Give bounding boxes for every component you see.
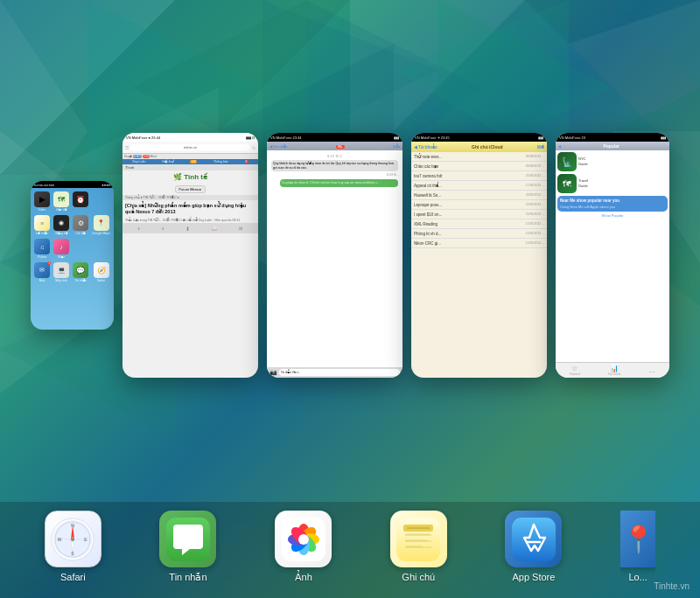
dock: N S E W Safari	[0, 502, 700, 598]
dock-item-appstore[interactable]: App Store	[505, 511, 562, 582]
notes-row-8[interactable]: XML Reading 15/05/2013 ›	[411, 219, 547, 229]
notes-screen: VN MobiFone ✈ 23:45 ▮▮▮ ◀ Tài khoản Ghi …	[411, 133, 547, 378]
messages-back[interactable]: ◀ Tin nhắn	[270, 144, 287, 149]
msg-input-field[interactable]: Tin nhắn Văn t...	[279, 369, 400, 376]
home-icon-video[interactable]: ▶ Video	[34, 191, 50, 212]
dock-item-photos[interactable]: Ảnh	[275, 511, 332, 583]
phone-card-notes[interactable]: VN MobiFone ✈ 23:45 ▮▮▮ ◀ Tài khoản Ghi …	[411, 133, 547, 378]
card-wrapper-home: home-screen ●●●● ▶ Video	[31, 181, 114, 330]
forum-menu-btn[interactable]: Forum Menu ▸	[175, 185, 206, 193]
notes-row-9[interactable]: Phòng kt vh d... 15/05/2013 ›	[411, 229, 547, 239]
home-icon-googlemaps[interactable]: 📍 Google Maps	[92, 215, 110, 235]
dock-item-notes[interactable]: Ghi chú	[390, 511, 447, 582]
near-me-title: Near Me show popular near you	[560, 198, 665, 203]
chevron-right-3: ›	[542, 173, 544, 178]
phone-card-messages[interactable]: VN MobiFone 23:44 ▮▮▮ ◀ Tin nhắn 99+ Sửa	[267, 133, 402, 378]
notes-row-1[interactable]: Thử note ever... 06/08/2013 ›	[411, 152, 547, 162]
notes-row-7[interactable]: I spent $10 on... 22/05/2013 ›	[411, 210, 547, 219]
home-icon-compass[interactable]: ◉ Động hồ	[53, 215, 69, 235]
home-icon-notes[interactable]: ≡ Lời nhắc	[34, 215, 50, 235]
phone-card-appstore[interactable]: VN MobiFone 23 ▮▮▮ ◀ Popular btn 🗽	[556, 133, 669, 378]
home-icon-mail[interactable]: ✉ 1 Mail	[34, 262, 50, 282]
messages-dock-icon[interactable]	[159, 511, 216, 567]
notes-row-3[interactable]: Ios7 camera hdr 25/06/2013 ›	[411, 171, 547, 181]
appstore-title: Popular	[603, 143, 620, 149]
phone-card-safari[interactable]: VN MobiFone ● 23:44 ▮▮▮ ⊡ ☰ tinhte.vn ↻ …	[122, 133, 258, 378]
tab-more[interactable]: …	[648, 366, 655, 374]
appstore-back[interactable]: ◀	[558, 144, 561, 149]
safari-time: VN MobiFone ● 23:44	[126, 136, 160, 140]
loc-dock-icon[interactable]: 📍	[620, 511, 655, 567]
chevron-right-10: ›	[542, 240, 544, 246]
safari-dock-icon[interactable]: N S E W	[45, 511, 102, 567]
msg-time: 22:43 M...	[271, 173, 398, 177]
chevron-right-7: ›	[542, 212, 544, 217]
home-icon-music[interactable]: ♪ Nhạc	[53, 239, 69, 259]
dock-item-safari[interactable]: N S E W Safari	[45, 511, 102, 582]
camera-icon[interactable]: 📷	[270, 369, 277, 376]
card-wrapper-notes: VN MobiFone ✈ 23:45 ▮▮▮ ◀ Tài khoản Ghi …	[411, 133, 547, 378]
msg-bubble-sent: Cu phap tin nhan le. Chi tiet xin lien h…	[280, 179, 398, 187]
appstore-carrier: VN MobiFone 23	[559, 136, 585, 140]
notes-dock-icon[interactable]	[390, 511, 447, 567]
home-icon-macbook[interactable]: 💻 Máy tính	[53, 262, 69, 282]
notes-new-btn[interactable]: Mới	[537, 145, 544, 150]
appstore-screen: VN MobiFone 23 ▮▮▮ ◀ Popular btn 🗽	[556, 133, 669, 378]
svg-point-44	[298, 534, 309, 545]
appstore-tab-bar: ☆ Featured 📊 Top Charts …	[556, 362, 669, 378]
safari-url-bar[interactable]: tinhte.vn	[130, 144, 250, 150]
appstore-row-2[interactable]: 🗺 TravelGuide	[557, 174, 668, 193]
tinhte-logo: 🌿 Tinh tế	[122, 170, 258, 184]
tabs-icon[interactable]: ⊞	[239, 226, 242, 231]
loc-dock-label: Lo...	[628, 572, 647, 582]
photos-dock-icon[interactable]	[275, 511, 332, 567]
notes-row-2[interactable]: Chào các bạn 06/08/2013 ›	[411, 162, 547, 171]
tab-featured[interactable]: ☆ Featured	[570, 365, 580, 376]
home-icon-safari-small[interactable]: 🧭 Safari	[92, 262, 110, 282]
chevron-right-5: ›	[542, 192, 544, 198]
main-container: home-screen ●●●● ▶ Video	[0, 0, 700, 598]
notes-row-6[interactable]: Lepnape poss... 22/05/2013 ›	[411, 200, 547, 210]
notes-signal: ▮▮▮	[538, 136, 543, 140]
bookmarks-icon[interactable]: 📖	[212, 226, 217, 231]
notes-row-5[interactable]: Haswell là So... 30/05/2013 ›	[411, 191, 547, 200]
watermark: Tinhte.vn	[654, 581, 690, 591]
forward-arrow[interactable]: ›	[162, 226, 164, 232]
home-icon-clock[interactable]: ⏰	[73, 191, 88, 212]
messages-badge: 99+	[336, 145, 345, 149]
home-icon-map[interactable]: 🗺 Bản đồ	[53, 191, 69, 212]
notes-title: Ghi chú iCloud	[472, 144, 503, 150]
messages-dock-label: Tin nhắn	[169, 572, 206, 583]
share-icon[interactable]: ⬆	[186, 226, 190, 232]
notes-row-4[interactable]: Appeal có thể... 17/06/2013 ›	[411, 181, 547, 191]
appstore-dock-icon[interactable]	[505, 511, 562, 567]
msg-signal: ▮▮▮	[394, 136, 399, 140]
safari-status-bar: VN MobiFone ● 23:44 ▮▮▮ ⊡	[122, 133, 258, 142]
home-icon-settings[interactable]: ⚙ Cài đặt	[73, 215, 88, 235]
notes-back-btn[interactable]: ◀ Tài khoản	[414, 145, 438, 150]
dock-item-loc[interactable]: 📍 Lo...	[620, 511, 655, 582]
home-icon-pulsar[interactable]: ♫ Pulsar	[34, 239, 50, 259]
appstore-dock-label: App Store	[512, 572, 555, 582]
back-icon[interactable]: ☰	[125, 145, 129, 150]
chevron-right-4: ›	[542, 183, 544, 188]
back-arrow[interactable]: ‹	[138, 226, 140, 232]
home-icon-messages-small[interactable]: 💬 Tin nhắn	[73, 262, 88, 282]
tab-top-charts[interactable]: 📊 Top Charts	[608, 365, 621, 376]
dock-item-messages[interactable]: Tin nhắn	[159, 511, 216, 583]
app-text-nyc: NYCGuide	[578, 156, 588, 166]
msg-header-row: 8:10 Th.5 Quy khách da su dụng lượng mie…	[269, 152, 401, 191]
home-status-bar: home-screen ●●●●	[31, 181, 114, 188]
notes-row-10[interactable]: Nikon CRC gi... 15/05/2013 ›	[411, 239, 547, 248]
messages-edit[interactable]: Sửa	[393, 144, 400, 149]
refresh-icon[interactable]: ↻	[252, 145, 256, 150]
card-wrapper-safari: VN MobiFone ● 23:44 ▮▮▮ ⊡ ☰ tinhte.vn ↻ …	[122, 133, 258, 378]
appstore-row-1[interactable]: 🗽 NYCGuide	[557, 152, 668, 171]
article-title: [Chia sẻ] Những phần mềm giúp bạn sử dụn…	[122, 200, 258, 218]
appstore-content: 🗽 NYCGuide 🗺 TravelGuide Near	[556, 150, 669, 362]
home-icon-blank2	[73, 239, 88, 259]
show-popular-btn[interactable]: Show Popular	[557, 213, 668, 218]
phone-card-home[interactable]: home-screen ●●●● ▶ Video	[31, 181, 114, 330]
safari-signal: ▮▮▮ ⊡	[246, 136, 255, 140]
notes-carrier: VN MobiFone ✈ 23:45	[415, 136, 450, 140]
